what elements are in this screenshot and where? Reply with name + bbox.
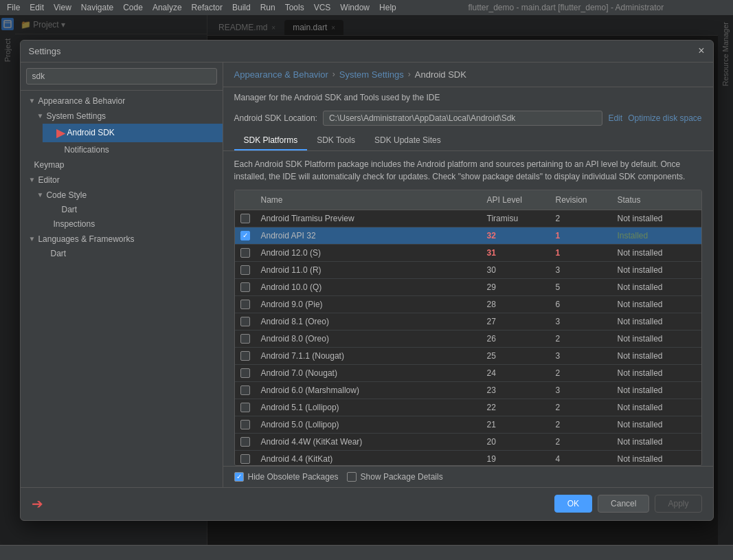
row-revision: 3 <box>550 264 612 276</box>
arrow-indicator-icon: ▶ <box>56 126 65 139</box>
menu-navigate[interactable]: Navigate <box>77 1 117 14</box>
row-status: Not installed <box>612 212 701 225</box>
row-checkbox[interactable] <box>240 351 250 361</box>
row-checkbox[interactable] <box>240 231 250 240</box>
row-name: Android 6.0 (Marshmallow) <box>256 384 482 396</box>
table-header-name: Name <box>256 193 482 207</box>
tab-sdk-tools[interactable]: SDK Tools <box>307 131 365 150</box>
menu-run[interactable]: Run <box>256 1 280 14</box>
nav-system-settings-header[interactable]: ▼ System Settings <box>32 109 223 124</box>
nav-item-keymap[interactable]: Keymap <box>21 157 223 172</box>
row-checkbox-cell[interactable] <box>235 367 256 379</box>
menu-tools[interactable]: Tools <box>281 1 308 14</box>
breadcrumb-part3: Android SDK <box>415 69 466 80</box>
nav-item-inspections[interactable]: Inspections <box>32 216 223 232</box>
expand-arrow-system-icon: ▼ <box>37 112 44 120</box>
edit-link[interactable]: Edit <box>608 113 622 123</box>
row-checkbox-cell[interactable] <box>235 298 256 311</box>
row-checkbox[interactable] <box>240 334 250 344</box>
menu-edit[interactable]: Edit <box>25 1 48 14</box>
row-revision: 3 <box>550 384 612 396</box>
sdk-location-label: Android SDK Location: <box>234 113 317 123</box>
row-status: Not installed <box>612 436 701 448</box>
row-checkbox-cell[interactable] <box>235 212 256 225</box>
hide-obsolete-label[interactable]: Hide Obsolete Packages <box>234 472 339 482</box>
row-checkbox[interactable] <box>240 317 250 326</box>
nav-item-android-sdk[interactable]: ▶ Android SDK <box>43 124 223 142</box>
row-revision: 2 <box>550 367 612 379</box>
row-checkbox-cell[interactable] <box>235 453 256 465</box>
menu-file[interactable]: File <box>3 1 24 14</box>
row-revision: 2 <box>550 333 612 345</box>
row-checkbox[interactable] <box>240 454 250 464</box>
nav-item-dart-codestyle[interactable]: Dart <box>43 203 223 216</box>
nav-item-dart-languages[interactable]: Dart <box>32 247 223 260</box>
cancel-button[interactable]: Cancel <box>598 495 649 513</box>
nav-languages-header[interactable]: ▼ Languages & Frameworks <box>21 232 223 247</box>
row-revision: 2 <box>550 436 612 448</box>
row-checkbox-cell[interactable] <box>235 281 256 293</box>
row-checkbox[interactable] <box>240 248 250 258</box>
nav-code-style-header[interactable]: ▼ Code Style <box>32 188 223 203</box>
row-status: Not installed <box>612 384 701 396</box>
row-name: Android 7.1.1 (Nougat) <box>256 350 482 362</box>
tab-sdk-update-sites[interactable]: SDK Update Sites <box>365 131 451 150</box>
nav-item-notifications[interactable]: Notifications <box>43 142 223 157</box>
ok-button[interactable]: OK <box>554 495 592 513</box>
row-checkbox[interactable] <box>240 403 250 412</box>
row-checkbox[interactable] <box>240 265 250 275</box>
nav-sub-system: ▶ Android SDK Notifications <box>32 124 223 157</box>
row-checkbox[interactable] <box>240 368 250 378</box>
row-checkbox-cell[interactable] <box>235 247 256 259</box>
dialog-close-button[interactable]: × <box>698 45 704 57</box>
menu-code[interactable]: Code <box>119 1 147 14</box>
sdk-location-input[interactable] <box>323 111 603 126</box>
menu-build[interactable]: Build <box>228 1 255 14</box>
apply-button[interactable]: Apply <box>655 495 701 513</box>
menu-window[interactable]: Window <box>336 1 374 14</box>
menu-refactor[interactable]: Refactor <box>188 1 227 14</box>
show-details-checkbox[interactable] <box>347 472 357 482</box>
row-checkbox-cell[interactable] <box>235 401 256 414</box>
tab-sdk-platforms[interactable]: SDK Platforms <box>234 131 308 150</box>
row-api: 29 <box>482 281 550 293</box>
hide-obsolete-checkbox[interactable] <box>234 472 244 482</box>
row-checkbox-cell[interactable] <box>235 384 256 396</box>
breadcrumb-part2[interactable]: System Settings <box>339 69 404 80</box>
row-checkbox-cell[interactable] <box>235 418 256 431</box>
bottom-bar <box>0 545 733 560</box>
nav-label-code-style: Code Style <box>46 190 87 200</box>
row-checkbox[interactable] <box>240 437 250 447</box>
search-box <box>21 63 223 91</box>
row-checkbox-cell[interactable] <box>235 315 256 328</box>
menu-analyze[interactable]: Analyze <box>148 1 186 14</box>
row-name: Android 9.0 (Pie) <box>256 298 482 311</box>
table-row: Android 4.4W (KitKat Wear) 20 2 Not inst… <box>235 434 701 451</box>
row-checkbox-cell[interactable] <box>235 350 256 362</box>
search-input[interactable] <box>26 68 217 85</box>
row-checkbox[interactable] <box>240 300 250 309</box>
nav-editor-header[interactable]: ▼ Editor <box>21 172 223 188</box>
menu-view[interactable]: View <box>49 1 76 14</box>
row-checkbox[interactable] <box>240 420 250 429</box>
menu-help[interactable]: Help <box>375 1 401 14</box>
row-checkbox-cell[interactable] <box>235 333 256 345</box>
row-revision: 2 <box>550 401 612 414</box>
row-checkbox[interactable] <box>240 282 250 292</box>
table-header: Name API Level Revision Status <box>235 190 701 210</box>
menu-vcs[interactable]: VCS <box>310 1 335 14</box>
optimize-link[interactable]: Optimize disk space <box>628 113 701 123</box>
nav-group-appearance-header[interactable]: ▼ Appearance & Behavior <box>21 93 223 109</box>
breadcrumb-part1[interactable]: Appearance & Behavior <box>234 69 328 80</box>
row-checkbox[interactable] <box>240 385 250 395</box>
row-name: Android 8.1 (Oreo) <box>256 315 482 328</box>
row-name: Android 8.0 (Oreo) <box>256 333 482 345</box>
nav-tree: ▼ Appearance & Behavior ▼ System Setting… <box>21 91 223 487</box>
show-details-label[interactable]: Show Package Details <box>347 472 443 482</box>
row-checkbox-cell[interactable] <box>235 229 256 242</box>
row-api: 19 <box>482 453 550 465</box>
row-checkbox[interactable] <box>240 214 250 223</box>
row-checkbox-cell[interactable] <box>235 436 256 448</box>
dialog-body: ▼ Appearance & Behavior ▼ System Setting… <box>21 63 713 487</box>
row-checkbox-cell[interactable] <box>235 264 256 276</box>
